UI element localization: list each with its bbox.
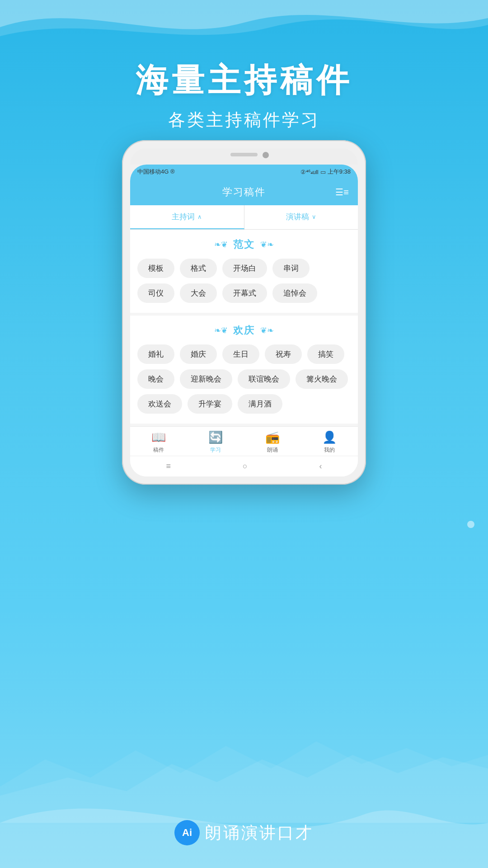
app-header-title: 学习稿件 bbox=[222, 185, 266, 199]
decorative-dot bbox=[467, 521, 474, 528]
tag-shengri[interactable]: 生日 bbox=[222, 344, 259, 364]
tab-zhuchici-label: 主持词 bbox=[172, 212, 195, 222]
section-huanqing-header: ❧❦ 欢庆 ❦❧ bbox=[130, 316, 358, 342]
tag-kaimushi[interactable]: 开幕式 bbox=[222, 283, 267, 303]
tab-zhuchici-arrow: ∧ bbox=[197, 213, 202, 220]
tag-dahui[interactable]: 大会 bbox=[180, 283, 217, 303]
nav-xuexi-label: 学习 bbox=[210, 446, 221, 454]
tag-huansong[interactable]: 欢送会 bbox=[137, 394, 182, 414]
hero-title: 海量主持稿件 bbox=[0, 59, 488, 102]
tag-moban[interactable]: 模板 bbox=[137, 259, 174, 278]
tag-siyi[interactable]: 司仪 bbox=[137, 283, 174, 303]
section-fanwen: ❧❦ 范文 ❦❧ 模板 格式 开场白 串词 司仪 大会 开幕式 追悼会 bbox=[130, 230, 358, 313]
mountain-decoration bbox=[0, 732, 488, 823]
footer-brand: Ai 朗诵演讲口才 bbox=[0, 820, 488, 845]
nav-item-langsong[interactable]: 📻 朗诵 bbox=[244, 430, 301, 454]
time-label: 上午9:38 bbox=[328, 168, 351, 176]
status-icons: ②⁴⁶₄ull ▭ 上午9:38 bbox=[300, 168, 351, 176]
tag-zhuidaohui[interactable]: 追悼会 bbox=[272, 283, 317, 303]
nav-xuexi-icon: 🔄 bbox=[208, 430, 223, 444]
section-fanwen-title: 范文 bbox=[233, 238, 255, 251]
tag-gouhuowanhui[interactable]: 篝火晚会 bbox=[296, 369, 348, 389]
nav-item-xuexi[interactable]: 🔄 学习 bbox=[187, 430, 244, 454]
hero-subtitle: 各类主持稿件学习 bbox=[0, 108, 488, 132]
search-icon[interactable]: ☰≡ bbox=[335, 187, 349, 198]
tag-kaichang[interactable]: 开场白 bbox=[222, 259, 267, 278]
nav-home-icon[interactable]: ○ bbox=[243, 462, 248, 471]
nav-gaojian-label: 稿件 bbox=[153, 446, 164, 454]
content-area: ❧❦ 范文 ❦❧ 模板 格式 开场白 串词 司仪 大会 开幕式 追悼会 bbox=[130, 230, 358, 426]
tag-geshi[interactable]: 格式 bbox=[180, 259, 217, 278]
tab-bar: 主持词 ∧ 演讲稿 ∨ bbox=[130, 205, 358, 230]
tag-chuanci[interactable]: 串词 bbox=[272, 259, 310, 278]
tab-yanjiangao-label: 演讲稿 bbox=[286, 212, 309, 222]
status-bar: 中国移动4G ® ②⁴⁶₄ull ▭ 上午9:38 bbox=[130, 165, 358, 179]
tag-gaoxiao[interactable]: 搞笑 bbox=[307, 344, 344, 364]
phone-speaker bbox=[230, 153, 258, 156]
section-huanqing-deco-left: ❧❦ bbox=[214, 326, 228, 335]
section-huanqing-deco-right: ❦❧ bbox=[260, 326, 274, 335]
wave-top-decoration bbox=[0, 0, 488, 54]
tag-zhushou[interactable]: 祝寿 bbox=[265, 344, 302, 364]
tag-yingxin[interactable]: 迎新晚会 bbox=[180, 369, 232, 389]
tag-hunqing[interactable]: 婚庆 bbox=[180, 344, 217, 364]
phone-camera bbox=[263, 152, 269, 158]
phone-mockup: 中国移动4G ® ②⁴⁶₄ull ▭ 上午9:38 学习稿件 ☰≡ 主持词 ∧ bbox=[122, 140, 366, 485]
app-header: 学习稿件 ☰≡ bbox=[130, 179, 358, 205]
tag-wanhui[interactable]: 晚会 bbox=[137, 369, 174, 389]
carrier-label: 中国移动4G ® bbox=[137, 168, 175, 176]
signal-icon: ②⁴⁶₄ull bbox=[300, 169, 319, 175]
phone-nav-bar: ≡ ○ ‹ bbox=[130, 456, 358, 476]
nav-wode-icon: 👤 bbox=[322, 430, 337, 444]
tab-zhuchici[interactable]: 主持词 ∧ bbox=[130, 205, 244, 229]
tag-hunli[interactable]: 婚礼 bbox=[137, 344, 174, 364]
brand-name: 朗诵演讲口才 bbox=[205, 822, 314, 844]
nav-item-gaojian[interactable]: 📖 稿件 bbox=[130, 430, 187, 454]
nav-langsong-icon: 📻 bbox=[265, 430, 280, 444]
section-huanqing-title: 欢庆 bbox=[233, 324, 255, 337]
tab-yanjiangao[interactable]: 演讲稿 ∨ bbox=[244, 205, 358, 229]
nav-item-wode[interactable]: 👤 我的 bbox=[301, 430, 358, 454]
section-fanwen-deco-right: ❦❧ bbox=[260, 240, 274, 250]
nav-menu-icon[interactable]: ≡ bbox=[166, 462, 171, 471]
tag-shengxueyan[interactable]: 升学宴 bbox=[188, 394, 232, 414]
section-fanwen-header: ❧❦ 范文 ❦❧ bbox=[130, 230, 358, 256]
bottom-nav: 📖 稿件 🔄 学习 📻 朗诵 👤 我的 bbox=[130, 426, 358, 456]
nav-wode-label: 我的 bbox=[324, 446, 335, 454]
section-fanwen-deco-left: ❧❦ bbox=[214, 240, 228, 250]
fanwen-tag-grid: 模板 格式 开场白 串词 司仪 大会 开幕式 追悼会 bbox=[130, 256, 358, 306]
huanqing-tag-grid: 婚礼 婚庆 生日 祝寿 搞笑 晚会 迎新晚会 联谊晚会 篝火晚会 欢送会 升学宴… bbox=[130, 342, 358, 416]
section-huanqing: ❧❦ 欢庆 ❦❧ 婚礼 婚庆 生日 祝寿 搞笑 晚会 迎新晚会 联谊晚会 篝火晚… bbox=[130, 316, 358, 424]
brand-logo: Ai bbox=[174, 820, 200, 845]
battery-icon: ▭ bbox=[320, 169, 326, 175]
tag-manyuejiu[interactable]: 满月酒 bbox=[238, 394, 282, 414]
nav-gaojian-icon: 📖 bbox=[151, 430, 166, 444]
brand-logo-text: Ai bbox=[182, 827, 192, 839]
tag-lianyiwanhui[interactable]: 联谊晚会 bbox=[238, 369, 290, 389]
nav-back-icon[interactable]: ‹ bbox=[319, 462, 322, 471]
tab-yanjiangao-arrow: ∨ bbox=[312, 213, 316, 220]
nav-langsong-label: 朗诵 bbox=[267, 446, 278, 454]
